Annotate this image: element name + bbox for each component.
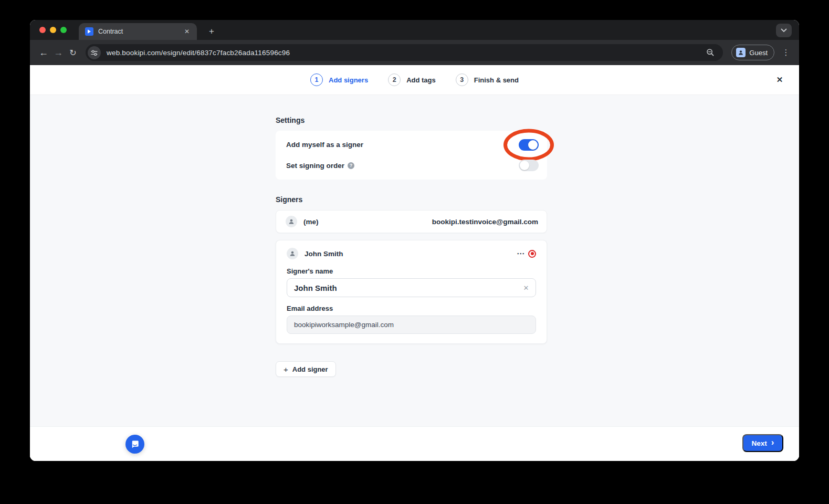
settings-heading: Settings	[276, 116, 547, 124]
add-signer-label: Add signer	[292, 365, 328, 373]
guest-label: Guest	[749, 49, 768, 57]
zoom-indicator-icon[interactable]	[704, 46, 717, 59]
tab-close-icon[interactable]: ✕	[182, 27, 192, 36]
signers-heading: Signers	[276, 195, 547, 204]
chat-widget-button[interactable]	[125, 435, 144, 454]
page-footer: Next ›	[30, 426, 799, 461]
signer-me-row: (me) bookipi.testinvoice@gmail.com	[276, 210, 547, 233]
person-icon	[287, 248, 298, 259]
step-add-tags[interactable]: 2 Add tags	[388, 74, 436, 86]
signer-card-john-smith: John Smith ⋯ Signer's name ✕ Email addre…	[276, 240, 547, 344]
signer-card-header: John Smith ⋯	[287, 247, 536, 260]
person-icon	[286, 216, 297, 227]
stepper-header: 1 Add signers 2 Add tags 3 Finish & send…	[30, 65, 799, 95]
remove-signer-icon[interactable]	[528, 250, 536, 258]
step-add-signers[interactable]: 1 Add signers	[310, 74, 368, 86]
window-controls	[39, 27, 67, 33]
signer-name-label: Signer's name	[287, 267, 536, 275]
browser-tab-contract[interactable]: Contract ✕	[79, 23, 197, 40]
setting-row-add-myself: Add myself as a signer	[286, 135, 539, 155]
page-content: Settings Add myself as a signer	[30, 95, 799, 426]
address-bar[interactable]: web.bookipi.com/esign/edit/6837c7facb26a…	[86, 44, 723, 61]
chevron-down-icon	[781, 28, 787, 33]
step-number: 3	[456, 74, 468, 86]
next-button[interactable]: Next ›	[742, 434, 783, 452]
reload-button[interactable]: ↻	[66, 45, 80, 60]
stepper: 1 Add signers 2 Add tags 3 Finish & send	[310, 74, 519, 86]
setting-row-signing-order: Set signing order ?	[286, 155, 539, 175]
step-label: Add tags	[406, 76, 436, 84]
clear-input-icon[interactable]: ✕	[522, 284, 530, 292]
settings-card: Add myself as a signer Set signing order…	[276, 131, 547, 180]
back-button[interactable]: ←	[36, 45, 51, 60]
step-number: 1	[310, 74, 323, 86]
tab-title: Contract	[98, 28, 182, 35]
step-finish-send[interactable]: 3 Finish & send	[456, 74, 519, 86]
add-signer-button[interactable]: + Add signer	[276, 361, 336, 377]
chat-bubble-icon	[130, 439, 140, 449]
signer-name-input[interactable]	[287, 278, 536, 297]
signer-name-field-wrap: ✕	[287, 278, 536, 297]
step-number: 2	[388, 74, 401, 86]
bookipi-esign-page: 1 Add signers 2 Add tags 3 Finish & send…	[30, 65, 799, 461]
signing-order-toggle[interactable]	[519, 160, 539, 171]
signer-email-input[interactable]	[287, 316, 536, 334]
guest-avatar-icon	[736, 48, 746, 57]
window-minimize-button[interactable]	[50, 27, 56, 33]
window-zoom-button[interactable]	[60, 27, 67, 33]
window-close-button[interactable]	[39, 27, 46, 33]
bookipi-favicon	[85, 27, 93, 36]
signer-email-label: Email address	[287, 304, 536, 312]
url-text[interactable]: web.bookipi.com/esign/edit/6837c7facb26a…	[107, 49, 290, 57]
me-email: bookipi.testinvoice@gmail.com	[432, 218, 538, 226]
help-icon[interactable]: ?	[348, 162, 354, 169]
forward-button[interactable]: →	[51, 45, 66, 60]
browser-toolbar: ← → ↻ web.bookipi.com/esign/edit/6837c7f…	[30, 40, 799, 65]
tab-search-chevron-button[interactable]	[776, 24, 792, 37]
close-editor-button[interactable]: ✕	[775, 75, 784, 85]
guest-profile-button[interactable]: Guest	[731, 45, 774, 60]
next-label: Next	[752, 439, 767, 447]
new-tab-button[interactable]: +	[205, 25, 218, 38]
content-column: Settings Add myself as a signer	[276, 116, 547, 377]
browser-window: Contract ✕ + ← → ↻	[30, 20, 799, 461]
add-myself-toggle[interactable]	[519, 139, 539, 151]
step-label: Add signers	[329, 76, 368, 84]
browser-menu-button[interactable]: ⋮	[779, 46, 793, 59]
tab-strip: Contract ✕ +	[30, 20, 799, 40]
site-settings-icon[interactable]	[88, 46, 101, 59]
signing-order-label: Set signing order	[286, 162, 344, 170]
me-name: (me)	[303, 218, 432, 226]
signer-display-name: John Smith	[305, 250, 517, 258]
step-label: Finish & send	[474, 76, 519, 84]
screen-background: Contract ✕ + ← → ↻	[0, 0, 829, 504]
add-myself-label: Add myself as a signer	[286, 141, 363, 149]
plus-icon: +	[284, 365, 288, 374]
